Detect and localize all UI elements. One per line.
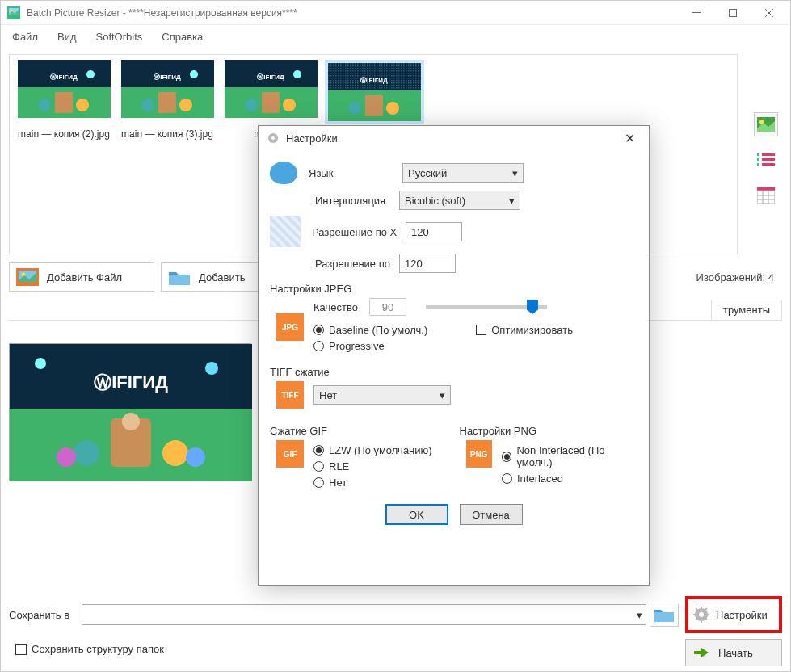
res-y-input[interactable]: 120	[399, 254, 456, 273]
thumbnail-item[interactable]: ⓌIFIГИД main — копия (3).jpg	[118, 60, 217, 249]
svg-point-21	[76, 99, 89, 111]
minimize-button[interactable]	[678, 2, 714, 24]
tab-tools[interactable]: трументы	[711, 300, 782, 320]
dialog-titlebar: Настройки ✕	[259, 126, 649, 150]
svg-point-42	[348, 102, 361, 115]
language-select[interactable]: Русский▾	[402, 163, 524, 183]
save-path-input[interactable]: ▾	[82, 604, 646, 625]
slider-knob[interactable]	[527, 300, 538, 314]
quality-value[interactable]: 90	[369, 298, 406, 316]
menubar: Файл Вид SoftOrbits Справка	[1, 25, 790, 48]
svg-rect-12	[762, 163, 775, 166]
browse-folder-button[interactable]	[650, 603, 679, 627]
save-label: Сохранить в	[9, 609, 82, 621]
view-list-button[interactable]	[754, 148, 778, 172]
svg-point-57	[186, 447, 205, 467]
chevron-down-icon: ▾	[512, 167, 518, 179]
baseline-radio[interactable]	[313, 325, 324, 335]
interpolation-select[interactable]: Bicubic (soft)▾	[399, 191, 520, 210]
menu-softorbits[interactable]: SoftOrbits	[91, 29, 148, 44]
add-folder-label: Добавить	[199, 271, 245, 284]
png-badge-icon: PNG	[466, 440, 492, 468]
svg-point-31	[293, 70, 301, 78]
start-button[interactable]: Начать	[685, 639, 782, 666]
png-noninterlaced-radio[interactable]	[502, 452, 511, 462]
progressive-radio[interactable]	[313, 341, 324, 351]
tiff-section-label: TIFF сжатие	[270, 366, 637, 378]
gif-rle-radio[interactable]	[313, 461, 324, 472]
svg-rect-19	[55, 92, 73, 113]
res-x-input[interactable]: 120	[406, 222, 462, 242]
cancel-button[interactable]: Отмена	[460, 504, 523, 525]
chevron-down-icon: ▾	[637, 609, 642, 621]
chevron-down-icon: ▾	[509, 195, 515, 207]
svg-rect-8	[757, 158, 759, 161]
svg-rect-63	[706, 614, 709, 615]
svg-point-53	[122, 413, 140, 430]
gif-lzw-radio[interactable]	[313, 445, 324, 456]
settings-button[interactable]: Настройки	[685, 596, 782, 633]
optimize-label: Оптимизировать	[491, 324, 573, 336]
language-label: Язык	[309, 167, 402, 179]
gif-section-label: Сжатие GIF	[270, 425, 448, 437]
svg-point-59	[699, 612, 704, 617]
svg-text:ⓌIFIГИД: ⓌIFIГИД	[50, 74, 78, 81]
maximize-button[interactable]	[714, 2, 751, 24]
svg-point-50	[205, 362, 218, 375]
svg-point-27	[141, 99, 154, 111]
view-thumbnails-button[interactable]	[754, 112, 778, 136]
add-file-button[interactable]: Добавить Файл	[9, 262, 154, 292]
app-window: Batch Picture Resizer - ****Незарегистри…	[0, 0, 791, 672]
titlebar: Batch Picture Resizer - ****Незарегистри…	[1, 1, 790, 25]
svg-text:ⓌIFIГИД: ⓌIFIГИД	[257, 74, 284, 81]
png-interlaced-radio[interactable]	[502, 473, 512, 484]
images-count: Изображений: 4	[696, 271, 782, 284]
res-x-label: Разрешение по X	[312, 226, 406, 238]
res-y-label: Разрешение по	[270, 258, 399, 270]
tiff-compression-select[interactable]: Нет▾	[313, 385, 451, 405]
svg-rect-10	[762, 153, 775, 156]
menu-view[interactable]: Вид	[53, 29, 82, 44]
optimize-checkbox[interactable]	[476, 325, 486, 335]
svg-point-55	[162, 440, 188, 466]
app-icon	[7, 6, 20, 19]
gif-none-radio[interactable]	[313, 477, 324, 488]
language-icon	[270, 162, 297, 184]
jpeg-section-label: Настройки JPEG	[270, 283, 637, 295]
picture-icon	[16, 268, 39, 286]
keep-structure-checkbox[interactable]	[15, 644, 27, 655]
svg-point-17	[86, 70, 95, 78]
view-grid-button[interactable]	[754, 183, 778, 208]
dialog-title: Настройки	[286, 132, 338, 145]
thumbnail-item[interactable]: ⓌIFIГИД main — копия (2).jpg	[15, 60, 113, 249]
svg-rect-13	[757, 187, 775, 191]
arrow-right-icon	[694, 647, 709, 658]
baseline-label: Baseline (По умолч.)	[329, 324, 427, 336]
menu-help[interactable]: Справка	[157, 29, 208, 44]
add-folder-button[interactable]: Добавить	[161, 262, 266, 292]
svg-text:ⓌIFIГИД: ⓌIFIГИД	[94, 372, 168, 393]
svg-rect-26	[158, 92, 176, 113]
thumbnail-label: main — копия (2).jpg	[15, 128, 113, 141]
svg-rect-11	[762, 158, 775, 161]
gif-badge-icon: GIF	[276, 440, 304, 468]
svg-rect-9	[757, 163, 759, 166]
progressive-label: Progressive	[329, 340, 385, 352]
svg-point-54	[74, 440, 99, 466]
ok-button[interactable]: OK	[385, 504, 448, 525]
svg-rect-60	[701, 607, 702, 610]
gear-icon	[267, 132, 280, 145]
menu-file[interactable]: Файл	[7, 29, 43, 44]
keep-structure-row: Сохранить структуру папок	[15, 643, 164, 655]
svg-point-35	[283, 99, 296, 111]
svg-point-49	[35, 358, 46, 369]
preview-image: ⓌIFIГИД	[9, 343, 251, 481]
keep-structure-label: Сохранить структуру папок	[32, 643, 164, 655]
dialog-close-button[interactable]: ✕	[618, 131, 641, 146]
quality-slider[interactable]	[426, 305, 547, 309]
close-button[interactable]	[751, 2, 787, 24]
svg-point-20	[38, 99, 51, 111]
svg-rect-4	[729, 9, 736, 16]
right-toolbar	[751, 112, 780, 208]
svg-rect-7	[757, 153, 759, 156]
